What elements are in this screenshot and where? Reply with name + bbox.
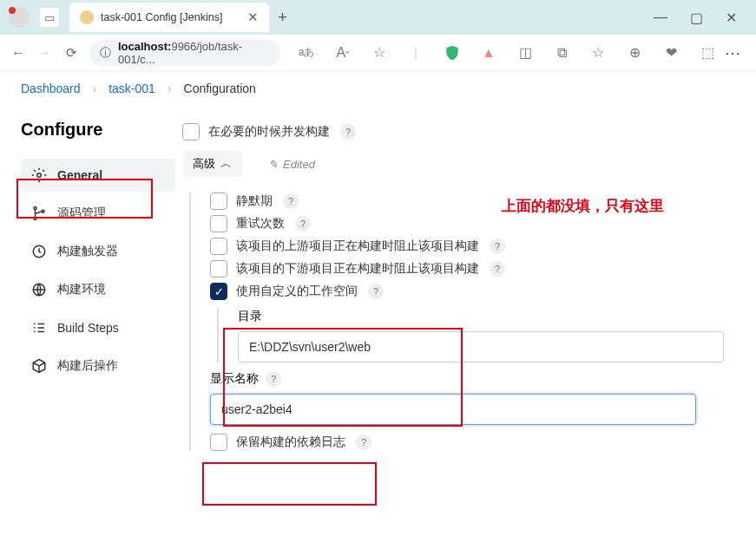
help-icon[interactable]: ? — [490, 261, 505, 277]
split-icon[interactable]: ⧉ — [553, 44, 570, 62]
sidebar-item-triggers[interactable]: 构建触发器 — [21, 235, 175, 268]
app-icon[interactable]: ⬚ — [699, 44, 716, 62]
back-icon[interactable]: ← — [9, 43, 27, 62]
checkbox-retry[interactable] — [210, 215, 227, 232]
breadcrumb: Dashboard › task-001 › Configuration — [0, 71, 756, 102]
info-icon: ⓘ — [100, 45, 111, 61]
help-icon[interactable]: ? — [490, 238, 505, 254]
help-icon[interactable]: ? — [295, 216, 311, 232]
help-icon[interactable]: ? — [368, 284, 384, 299]
sidebar-icon[interactable]: ☆ — [589, 44, 607, 62]
help-icon[interactable]: ? — [283, 193, 299, 209]
collections-icon[interactable]: ◫ — [516, 44, 534, 62]
checkbox-quiet[interactable] — [210, 193, 227, 210]
close-window-icon[interactable]: ✕ — [726, 10, 737, 26]
help-icon[interactable]: ? — [266, 371, 281, 387]
page-title: Configure — [21, 120, 175, 140]
performance-icon[interactable]: ❤ — [662, 44, 680, 62]
svg-point-2 — [34, 218, 36, 220]
help-icon[interactable]: ? — [356, 434, 371, 450]
sidebar-item-post[interactable]: 构建后操作 — [21, 349, 175, 382]
translate-icon[interactable]: aあ — [298, 44, 315, 62]
minimize-icon[interactable]: — — [654, 10, 667, 26]
sidebar-item-general[interactable]: General — [21, 159, 175, 192]
gear-icon — [31, 167, 47, 183]
breadcrumb-job[interactable]: task-001 — [108, 82, 155, 95]
display-name-input[interactable] — [210, 394, 696, 425]
dir-input[interactable] — [238, 331, 724, 362]
mountain-icon[interactable]: ▲ — [480, 44, 497, 62]
sidebar-item-steps[interactable]: Build Steps — [21, 311, 175, 344]
new-tab-icon[interactable]: + — [278, 8, 287, 27]
checkbox-keep-log[interactable] — [210, 434, 227, 451]
read-aloud-icon[interactable]: A» — [334, 44, 352, 62]
edited-badge: ✎Edited — [268, 158, 315, 171]
forward-icon[interactable]: → — [36, 43, 54, 62]
label-concurrent: 在必要的时候并发构建 — [208, 124, 330, 140]
favicon — [80, 10, 94, 24]
checkbox-concurrent[interactable] — [182, 123, 200, 140]
maximize-icon[interactable]: ▢ — [690, 10, 703, 26]
pencil-icon: ✎ — [268, 158, 278, 171]
breadcrumb-current: Configuration — [184, 82, 256, 95]
svg-point-1 — [34, 207, 36, 210]
tab-title: task-001 Config [Jenkins] — [101, 11, 240, 23]
shield-icon[interactable] — [444, 44, 461, 62]
checkbox-custom-ws[interactable]: ✓ — [210, 283, 227, 300]
help-icon[interactable]: ? — [340, 124, 356, 140]
checkbox-upstream[interactable] — [210, 238, 227, 255]
globe-icon — [31, 282, 47, 297]
profile-avatar[interactable] — [9, 7, 30, 28]
extensions-icon[interactable]: ⊕ — [626, 44, 643, 62]
chevron-right-icon: › — [93, 82, 97, 95]
browser-tab[interactable]: task-001 Config [Jenkins] ✕ — [69, 3, 269, 32]
close-tab-icon[interactable]: ✕ — [247, 10, 259, 25]
workspace-button[interactable]: ▭ — [40, 8, 59, 27]
chevron-right-icon: › — [168, 82, 172, 95]
display-name-label: 显示名称 — [210, 371, 259, 387]
cube-icon — [31, 358, 47, 374]
sidebar-item-scm[interactable]: 源码管理 — [21, 197, 175, 230]
address-bar[interactable]: ⓘ localhost:9966/job/task-001/c... — [89, 40, 280, 66]
dir-label: 目录 — [238, 309, 728, 324]
more-icon[interactable]: ⋯ — [725, 43, 747, 62]
url-text: localhost:9966/job/task-001/c... — [118, 40, 270, 66]
breadcrumb-dashboard[interactable]: Dashboard — [21, 82, 81, 95]
favorite-icon[interactable]: ☆ — [371, 44, 388, 62]
branch-icon — [31, 206, 47, 221]
list-icon — [31, 320, 47, 336]
checkbox-downstream[interactable] — [210, 260, 227, 278]
chevron-up-icon: ︿ — [220, 156, 232, 172]
advanced-toggle[interactable]: 高级︿ — [182, 151, 242, 177]
refresh-icon[interactable]: ⟳ — [62, 43, 81, 62]
annotation-text: 上面的都没填，只有这里 — [502, 196, 664, 216]
vertical-bar: | — [407, 44, 424, 62]
sidebar-item-env[interactable]: 构建环境 — [21, 273, 175, 306]
svg-point-0 — [37, 173, 42, 178]
clock-icon — [31, 244, 47, 259]
